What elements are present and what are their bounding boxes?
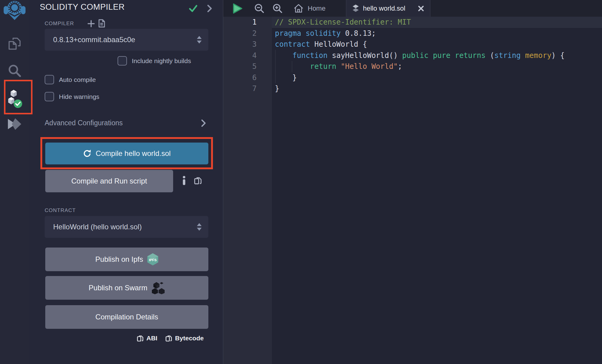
sidebar-item-search[interactable] [0, 64, 29, 78]
hide-warnings-checkbox[interactable] [45, 92, 54, 101]
chevron-right-icon [201, 120, 206, 127]
zoom-in-button[interactable] [272, 0, 283, 17]
swarm-icon [152, 281, 165, 294]
ipfs-badge-label: IPFS [149, 258, 157, 262]
editor-tabbar: Home hello world.sol [223, 0, 602, 17]
advanced-configurations-toggle[interactable]: Advanced Configurations [45, 119, 206, 127]
sidebar-item-file-explorer[interactable] [0, 36, 29, 51]
nightly-builds-label: Include nightly builds [132, 57, 191, 65]
solidity-compiler-panel: SOLIDITY COMPILER COMPILER 0.8.13+commit… [29, 0, 223, 364]
select-caret-icon [197, 36, 202, 44]
code-line: pragma solidity 0.8.13; [272, 28, 602, 39]
indent-guide [292, 61, 292, 72]
play-icon [232, 3, 243, 14]
line-number: 3 [223, 39, 272, 50]
copy-script-icon[interactable] [194, 176, 202, 186]
open-file-icon[interactable] [98, 19, 105, 29]
hide-warnings-label: Hide warnings [59, 93, 99, 100]
compile-and-run-label: Compile and Run script [71, 177, 147, 185]
code-line: return "Hello World"; [272, 61, 602, 72]
solidity-file-icon [352, 5, 359, 12]
contract-select[interactable]: HelloWorld (hello world.sol) [45, 216, 208, 238]
bytecode-label: Bytecode [175, 335, 204, 342]
ipfs-icon: IPFS [147, 253, 158, 265]
publish-ipfs-label: Publish on Ipfs [95, 255, 143, 264]
remix-ide-window: SOLIDITY COMPILER COMPILER 0.8.13+commit… [0, 0, 602, 364]
auto-compile-label: Auto compile [59, 76, 96, 83]
add-compiler-icon[interactable] [87, 20, 95, 29]
info-icon[interactable] [182, 176, 186, 186]
icon-sidebar [0, 0, 29, 364]
code-lines[interactable]: // SPDX-License-Identifier: MITpragma so… [272, 17, 602, 364]
deploy-and-run-icon [8, 118, 22, 130]
tab-home[interactable]: Home [288, 0, 331, 17]
nightly-builds-row: Include nightly builds [118, 56, 191, 66]
sidebar-item-deploy-and-run[interactable] [0, 118, 29, 130]
panel-title: SOLIDITY COMPILER [40, 2, 125, 12]
publish-swarm-label: Publish on Swarm [89, 284, 147, 292]
copy-icon [165, 334, 172, 342]
close-tab-icon[interactable] [418, 5, 424, 12]
contract-select-value: HelloWorld (hello world.sol) [53, 216, 142, 238]
zoom-out-button[interactable] [254, 0, 265, 17]
auto-compile-checkbox[interactable] [45, 75, 54, 84]
select-caret-icon [197, 223, 202, 231]
run-script-button[interactable] [232, 0, 243, 17]
tab-hello-world-label: hello world.sol [363, 5, 405, 12]
compile-success-badge [14, 99, 22, 108]
compile-success-check-icon [189, 5, 197, 13]
tab-home-label: Home [308, 5, 326, 12]
compile-button-label: Compile hello world.sol [96, 149, 171, 158]
code-line: function sayHelloWorld() public pure ret… [272, 50, 602, 61]
line-number: 1 [223, 17, 272, 28]
line-number: 5 [223, 61, 272, 72]
zoom-in-icon [272, 3, 283, 14]
nightly-builds-checkbox[interactable] [118, 56, 127, 66]
remix-logo-icon [3, 1, 26, 20]
compile-button[interactable]: Compile hello world.sol [45, 143, 208, 164]
solidity-compiler-icon [6, 89, 23, 109]
sidebar-item-solidity-compiler[interactable] [0, 89, 29, 109]
contract-section-label: CONTRACT [45, 207, 76, 214]
abi-label: ABI [146, 335, 157, 342]
abi-bytecode-row: ABI Bytecode [137, 334, 204, 342]
copy-icon [137, 334, 144, 342]
compiler-section-label: COMPILER [45, 21, 74, 27]
code-line: // SPDX-License-Identifier: MIT [272, 17, 602, 28]
code-line: contract HelloWorld { [272, 39, 602, 50]
line-number: 4 [223, 50, 272, 61]
copy-abi-button[interactable]: ABI [137, 334, 157, 342]
gutter: 1234567 [223, 17, 272, 364]
compilation-details-button[interactable]: Compilation Details [45, 305, 208, 329]
compiler-version-value: 0.8.13+commit.abaa5c0e [53, 29, 135, 51]
line-number: 2 [223, 28, 272, 39]
zoom-out-icon [254, 3, 265, 14]
auto-compile-row: Auto compile [45, 75, 96, 84]
file-explorer-icon [7, 36, 22, 51]
code-line: } [272, 72, 602, 83]
indent-guide [275, 50, 275, 83]
copy-bytecode-button[interactable]: Bytecode [165, 334, 204, 342]
compiler-version-select[interactable]: 0.8.13+commit.abaa5c0e [45, 29, 208, 51]
line-number: 7 [223, 83, 272, 94]
tab-hello-world-sol[interactable]: hello world.sol [346, 0, 430, 17]
home-icon [294, 4, 303, 13]
refresh-icon [83, 149, 91, 158]
publish-swarm-button[interactable]: Publish on Swarm [45, 276, 208, 300]
search-icon [8, 64, 22, 78]
code-line: } [272, 83, 602, 94]
line-number: 6 [223, 72, 272, 83]
editor-area: Home hello world.sol 1234567 // SPDX-Lic… [223, 0, 602, 364]
panel-collapse-chevron-icon[interactable] [207, 5, 212, 14]
publish-ipfs-button[interactable]: Publish on Ipfs IPFS [45, 248, 208, 271]
compilation-details-label: Compilation Details [95, 313, 158, 321]
compile-and-run-button[interactable]: Compile and Run script [45, 170, 173, 192]
remix-logo[interactable] [0, 1, 29, 20]
hide-warnings-row: Hide warnings [45, 92, 99, 101]
advanced-configurations-label: Advanced Configurations [45, 119, 123, 127]
